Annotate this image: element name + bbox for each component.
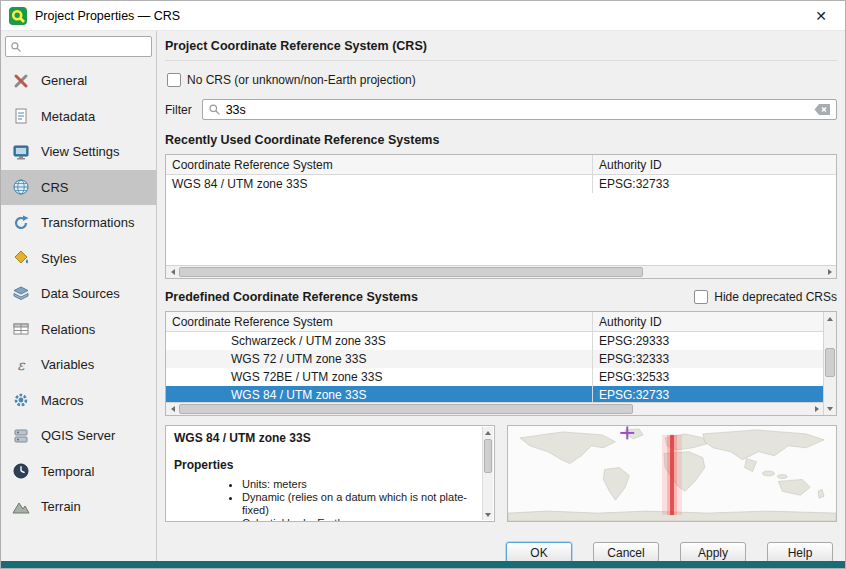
crs-property-item: Units: meters (242, 478, 478, 491)
vscroll-track[interactable] (483, 438, 493, 509)
close-icon[interactable]: ✕ (807, 1, 835, 31)
scroll-up-icon[interactable] (483, 427, 494, 438)
sidebar-item-qgis-server[interactable]: QGIS Server (1, 418, 156, 454)
qgis-server-icon (11, 426, 31, 446)
crs-name-cell: WGS 84 / UTM zone 33S (166, 175, 593, 193)
filter-input[interactable] (226, 103, 809, 117)
sidebar-item-label: Macros (41, 393, 84, 408)
sidebar-item-label: Variables (41, 357, 94, 372)
predefined-table-header: Coordinate Reference System Authority ID (166, 312, 823, 332)
utm-zone-highlight-overlay (662, 435, 682, 515)
details-vscrollbar[interactable] (482, 427, 493, 520)
crs-name-cell: WGS 84 / UTM zone 33S (166, 386, 593, 402)
sidebar-item-data-sources[interactable]: Data Sources (1, 276, 156, 312)
crs-settings-panel: Project Coordinate Reference System (CRS… (157, 31, 845, 563)
metadata-icon (11, 106, 31, 126)
filter-row: Filter (165, 99, 837, 120)
sidebar-item-view-settings[interactable]: View Settings (1, 134, 156, 170)
authority-id-cell: EPSG:29333 (593, 332, 823, 350)
crs-name-cell: Schwarzeck / UTM zone 33S (166, 332, 593, 350)
scroll-right-icon[interactable] (823, 266, 836, 279)
authority-id-cell: EPSG:32333 (593, 350, 823, 368)
cancel-button[interactable]: Cancel (593, 542, 659, 563)
apply-button[interactable]: Apply (680, 542, 746, 563)
sidebar-item-variables[interactable]: ε Variables (1, 347, 156, 383)
sidebar-item-temporal[interactable]: Temporal (1, 454, 156, 490)
predefined-table-body: Schwarzeck / UTM zone 33S EPSG:29333 WGS… (166, 332, 823, 402)
no-crs-checkbox-row: No CRS (or unknown/non-Earth projection) (167, 73, 837, 87)
macros-icon (11, 390, 31, 410)
sidebar-item-label: General (41, 73, 87, 88)
sidebar-item-transformations[interactable]: Transformations (1, 205, 156, 241)
no-crs-checkbox-label: No CRS (or unknown/non-Earth projection) (187, 73, 416, 87)
qgis-logo-icon (9, 7, 27, 25)
crs-property-item: Dynamic (relies on a datum which is not … (242, 491, 478, 517)
scroll-left-icon[interactable] (166, 403, 179, 416)
sidebar-item-label: Terrain (41, 499, 81, 514)
sidebar-item-styles[interactable]: Styles (1, 241, 156, 277)
recent-crs-table: Coordinate Reference System Authority ID… (165, 154, 837, 279)
sidebar-item-macros[interactable]: Macros (1, 383, 156, 419)
transformations-icon (11, 213, 31, 233)
hscroll-thumb[interactable] (179, 267, 643, 277)
vscroll-thumb[interactable] (825, 348, 835, 377)
sidebar-search-box[interactable] (5, 36, 152, 57)
table-row-selected[interactable]: WGS 84 / UTM zone 33S EPSG:32733 (166, 386, 823, 402)
titlebar: Project Properties — CRS ✕ (1, 1, 845, 31)
scroll-left-icon[interactable] (166, 266, 179, 279)
hscroll-thumb[interactable] (179, 404, 633, 414)
recent-crs-section-title: Recently Used Coordinate Reference Syste… (165, 133, 837, 147)
sidebar-item-terrain[interactable]: Terrain (1, 489, 156, 525)
ok-button[interactable]: OK (506, 542, 572, 563)
sidebar-item-relations[interactable]: Relations (1, 312, 156, 348)
scroll-up-icon[interactable] (824, 312, 837, 325)
variables-icon: ε (11, 355, 31, 375)
sidebar-item-label: CRS (41, 180, 68, 195)
sidebar-item-label: Styles (41, 251, 76, 266)
view-settings-icon (11, 142, 31, 162)
sidebar-search-input[interactable] (26, 40, 147, 54)
predefined-table-vscrollbar[interactable] (823, 312, 836, 415)
project-properties-dialog: Project Properties — CRS ✕ Genera (0, 0, 846, 569)
column-header-crs[interactable]: Coordinate Reference System (166, 312, 593, 331)
hide-deprecated-checkbox[interactable] (694, 290, 708, 304)
recent-table-hscrollbar[interactable] (166, 265, 836, 278)
scroll-down-icon[interactable] (483, 509, 494, 520)
sidebar-item-metadata[interactable]: Metadata (1, 99, 156, 135)
predefined-crs-section-row: Predefined Coordinate Reference Systems … (165, 290, 837, 304)
filter-input-box[interactable] (202, 99, 837, 120)
filter-label: Filter (165, 103, 192, 117)
crs-extent-map (507, 425, 837, 522)
help-button[interactable]: Help (767, 542, 833, 563)
temporal-icon (11, 461, 31, 481)
table-row[interactable]: WGS 84 / UTM zone 33S EPSG:32733 (166, 175, 836, 193)
no-crs-checkbox[interactable] (167, 73, 181, 87)
vscroll-thumb[interactable] (484, 439, 492, 473)
clear-filter-icon[interactable] (814, 103, 831, 116)
column-header-crs[interactable]: Coordinate Reference System (166, 155, 593, 174)
scroll-right-icon[interactable] (810, 403, 823, 416)
dialog-button-box: OK Cancel Apply Help (165, 542, 837, 563)
recent-table-body: WGS 84 / UTM zone 33S EPSG:32733 (166, 175, 836, 265)
vscroll-track[interactable] (824, 325, 836, 402)
table-row[interactable]: Schwarzeck / UTM zone 33S EPSG:29333 (166, 332, 823, 350)
hscroll-track[interactable] (179, 403, 810, 415)
predefined-table-hscrollbar[interactable] (166, 402, 823, 415)
styles-icon (11, 248, 31, 268)
sidebar-item-general[interactable]: General (1, 63, 156, 99)
sidebar-item-label: View Settings (41, 144, 120, 159)
authority-id-cell: EPSG:32733 (593, 175, 836, 193)
sidebar-item-crs[interactable]: CRS (1, 170, 156, 206)
scroll-down-icon[interactable] (824, 402, 837, 415)
crs-properties-heading: Properties (174, 458, 478, 472)
table-row[interactable]: WGS 72BE / UTM zone 33S EPSG:32533 (166, 368, 823, 386)
column-header-authority-id[interactable]: Authority ID (593, 155, 836, 174)
authority-id-cell: EPSG:32733 (593, 386, 823, 402)
hscroll-track[interactable] (179, 266, 823, 278)
general-icon (11, 71, 31, 91)
table-row[interactable]: WGS 72 / UTM zone 33S EPSG:32333 (166, 350, 823, 368)
column-header-authority-id[interactable]: Authority ID (593, 312, 823, 331)
page-title: Project Coordinate Reference System (CRS… (165, 36, 837, 61)
terrain-icon (11, 497, 31, 517)
recent-table-header: Coordinate Reference System Authority ID (166, 155, 836, 175)
